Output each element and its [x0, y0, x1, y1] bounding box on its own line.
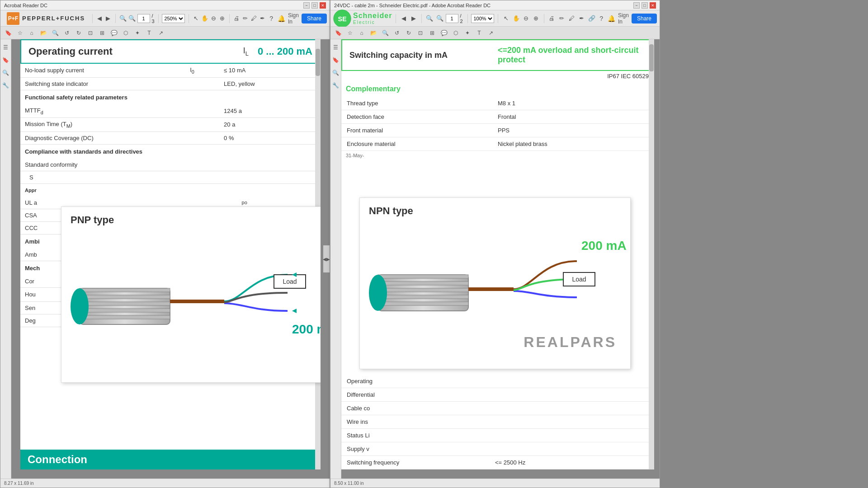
comment-icon-right[interactable]: 💬: [439, 28, 449, 38]
toolbar-divider-2: [115, 14, 116, 23]
scroll-thumb-left[interactable]: [316, 49, 320, 76]
hand-tool-icon-right[interactable]: ✋: [512, 14, 520, 23]
sidebar-bookmarks-icon[interactable]: 🔖: [1, 56, 10, 65]
status-bar-left: 8.27 x 11.69 in: [0, 479, 330, 488]
two-page-icon-right[interactable]: ⊞: [427, 28, 437, 38]
zoom-select-right[interactable]: 100% 150% 200% 250%: [471, 14, 494, 23]
zoom-out-icon[interactable]: 🔍: [119, 14, 127, 23]
star-icon-right[interactable]: ☆: [345, 28, 355, 38]
title-bar-left: Acrobat Reader DC − □ ✕: [0, 0, 330, 10]
back-icon-right[interactable]: ◀: [400, 14, 408, 23]
sidebar-search-icon-right[interactable]: 🔍: [331, 68, 340, 77]
forward-icon-right[interactable]: ▶: [410, 14, 418, 23]
svg-rect-3: [80, 302, 170, 305]
zoom-select-left[interactable]: 250% 200% 150% 100%: [162, 14, 185, 23]
minimize-btn-left[interactable]: −: [303, 2, 310, 9]
link-icon-right[interactable]: 🔗: [588, 14, 596, 23]
signature-icon-right[interactable]: ✒: [578, 14, 586, 23]
scroll-bar-right[interactable]: [649, 39, 654, 469]
page-input-right[interactable]: [446, 14, 458, 23]
annotation-icon-right[interactable]: ✏: [558, 14, 566, 23]
sidebar-thumbnails-icon[interactable]: ☰: [1, 43, 10, 52]
print-icon[interactable]: 🖨: [233, 14, 240, 23]
collapse-handle[interactable]: ◀▶: [323, 245, 330, 272]
scroll-thumb-right[interactable]: [649, 44, 654, 71]
differential-row: Differential: [341, 388, 649, 402]
select-icon-right[interactable]: ⬡: [451, 28, 461, 38]
text-select-icon-right[interactable]: T: [474, 28, 484, 38]
npn-diagram-title: NPN type: [360, 198, 630, 221]
sidebar-bookmarks-icon-right[interactable]: 🔖: [331, 56, 340, 65]
rotate-right-icon[interactable]: ↻: [74, 28, 84, 38]
arrow-icon[interactable]: ↗: [156, 28, 166, 38]
bookmark-icon-right[interactable]: 🔖: [333, 28, 343, 38]
stamp-icon-right[interactable]: ✦: [462, 28, 472, 38]
table-row: No-load supply current I0 ≤ 10 mA: [20, 64, 321, 77]
sidebar-tools-icon-right[interactable]: 🔧: [331, 81, 340, 90]
cursor-tool-icon-right[interactable]: ↖: [502, 14, 510, 23]
share-btn-left[interactable]: Share: [302, 14, 327, 23]
open-icon[interactable]: 📂: [38, 28, 48, 38]
maximize-btn-left[interactable]: □: [311, 2, 318, 9]
close-btn-right[interactable]: ✕: [650, 2, 656, 9]
plus-circle-icon[interactable]: ⊕: [219, 14, 226, 23]
supply-v-label: Supply v: [347, 446, 495, 452]
print-icon-right[interactable]: 🖨: [548, 14, 556, 23]
plus-circle-icon-right[interactable]: ⊕: [532, 14, 540, 23]
hand-tool-icon[interactable]: ✋: [201, 14, 208, 23]
zoom-out-icon-right[interactable]: 🔍: [425, 14, 434, 23]
zoom-in-icon-right[interactable]: 🔍: [435, 14, 443, 23]
stamp-icon[interactable]: ✦: [132, 28, 142, 38]
back-icon[interactable]: ◀: [96, 14, 103, 23]
star-icon[interactable]: ☆: [15, 28, 25, 38]
minus-circle-icon-right[interactable]: ⊖: [522, 14, 530, 23]
search-icon-right[interactable]: 🔍: [380, 28, 390, 38]
sidebar-tools-icon[interactable]: 🔧: [1, 81, 10, 90]
select-icon[interactable]: ⬡: [121, 28, 131, 38]
table-row: Standard conformity: [20, 159, 321, 171]
arrow-icon-right[interactable]: ↗: [486, 28, 496, 38]
switching-state-label: Switching state indicator: [20, 77, 185, 90]
help-icon-left[interactable]: ?: [269, 15, 273, 22]
home-icon-right[interactable]: ⌂: [357, 28, 367, 38]
minimize-btn-right[interactable]: −: [633, 2, 640, 9]
home-icon[interactable]: ⌂: [27, 28, 37, 38]
svg-rect-19: [378, 295, 468, 299]
status-light-value: [495, 432, 643, 439]
pdf-content-right: Switching capacity in mA <=200 mA overlo…: [341, 39, 660, 479]
close-btn-left[interactable]: ✕: [320, 2, 326, 9]
zoom-in-icon[interactable]: 🔍: [128, 14, 136, 23]
open-icon-right[interactable]: 📂: [368, 28, 378, 38]
search-icon-left[interactable]: 🔍: [50, 28, 60, 38]
bell-icon-right[interactable]: 🔔: [608, 15, 615, 22]
maximize-btn-right[interactable]: □: [642, 2, 648, 9]
highlight-icon-right[interactable]: 🖊: [568, 14, 576, 23]
page-input-left[interactable]: [137, 14, 150, 23]
rotate-left-icon[interactable]: ↺: [62, 28, 72, 38]
fit-page-icon[interactable]: ⊡: [85, 28, 95, 38]
forward-icon[interactable]: ▶: [105, 14, 112, 23]
cursor-tool-icon[interactable]: ↖: [193, 14, 199, 23]
rotate-left-icon-right[interactable]: ↺: [392, 28, 402, 38]
sign-in-left[interactable]: Sign In: [288, 12, 299, 25]
fit-page-icon-right[interactable]: ⊡: [415, 28, 425, 38]
annotation-icon[interactable]: ✏: [242, 14, 249, 23]
share-btn-right[interactable]: Share: [632, 14, 657, 23]
two-page-icon[interactable]: ⊞: [97, 28, 107, 38]
sidebar-search-icon[interactable]: 🔍: [1, 68, 10, 77]
bell-icon-left[interactable]: 🔔: [278, 15, 285, 22]
operating-row: Operating: [341, 375, 649, 388]
sidebar-thumbnails-icon-right[interactable]: ☰: [331, 43, 340, 52]
comment-icon[interactable]: 💬: [109, 28, 119, 38]
rotate-right-icon-right[interactable]: ↻: [404, 28, 414, 38]
minus-circle-icon[interactable]: ⊖: [210, 14, 217, 23]
highlight-icon[interactable]: 🖊: [250, 14, 257, 23]
help-icon-right[interactable]: ?: [599, 15, 603, 22]
svg-text:SE: SE: [338, 15, 347, 22]
page-info-left: / 3: [137, 13, 155, 24]
sign-in-right[interactable]: Sign In: [618, 12, 629, 25]
bookmark-icon[interactable]: 🔖: [3, 28, 13, 38]
differential-value: [495, 391, 643, 398]
signature-icon[interactable]: ✒: [259, 14, 266, 23]
text-select-icon[interactable]: T: [144, 28, 154, 38]
